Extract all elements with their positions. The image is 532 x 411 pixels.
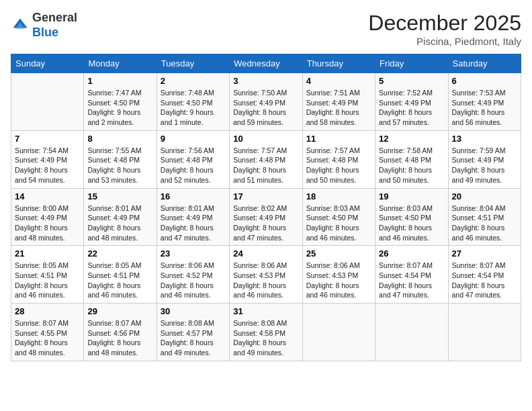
day-number: 31 [233, 306, 298, 316]
calendar-cell: 21Sunrise: 8:05 AM Sunset: 4:51 PM Dayli… [11, 246, 84, 304]
day-info: Sunrise: 7:48 AM Sunset: 4:50 PM Dayligh… [161, 88, 226, 128]
day-info: Sunrise: 8:06 AM Sunset: 4:53 PM Dayligh… [306, 261, 371, 300]
calendar-cell: 15Sunrise: 8:01 AM Sunset: 4:49 PM Dayli… [84, 188, 157, 246]
day-info: Sunrise: 8:07 AM Sunset: 4:55 PM Dayligh… [15, 318, 80, 358]
day-number: 16 [161, 191, 226, 201]
day-number: 10 [233, 134, 298, 144]
week-row-1: 1Sunrise: 7:47 AM Sunset: 4:50 PM Daylig… [11, 73, 521, 131]
day-number: 21 [15, 248, 80, 259]
calendar-cell: 17Sunrise: 8:02 AM Sunset: 4:49 PM Dayli… [230, 188, 302, 246]
title-block: December 2025 Piscina, Piedmont, Italy [368, 11, 521, 47]
day-info: Sunrise: 8:08 AM Sunset: 4:57 PM Dayligh… [161, 318, 226, 358]
calendar-cell: 2Sunrise: 7:48 AM Sunset: 4:50 PM Daylig… [157, 73, 229, 131]
week-row-5: 28Sunrise: 8:07 AM Sunset: 4:55 PM Dayli… [11, 304, 521, 361]
day-info: Sunrise: 8:06 AM Sunset: 4:53 PM Dayligh… [233, 261, 298, 300]
calendar-cell: 27Sunrise: 8:07 AM Sunset: 4:54 PM Dayli… [448, 246, 521, 304]
calendar-cell [11, 73, 84, 131]
day-info: Sunrise: 7:52 AM Sunset: 4:49 PM Dayligh… [379, 88, 444, 128]
day-header-wednesday: Wednesday [230, 54, 302, 73]
day-number: 9 [161, 134, 226, 144]
day-number: 26 [379, 248, 444, 259]
day-number: 29 [87, 306, 152, 316]
day-info: Sunrise: 7:56 AM Sunset: 4:48 PM Dayligh… [161, 146, 226, 185]
calendar-cell: 31Sunrise: 8:08 AM Sunset: 4:58 PM Dayli… [230, 304, 302, 361]
day-info: Sunrise: 8:03 AM Sunset: 4:50 PM Dayligh… [379, 203, 444, 243]
day-number: 17 [233, 191, 298, 201]
calendar-cell: 28Sunrise: 8:07 AM Sunset: 4:55 PM Dayli… [11, 304, 84, 361]
day-number: 28 [15, 306, 80, 316]
calendar-cell: 3Sunrise: 7:50 AM Sunset: 4:49 PM Daylig… [230, 73, 302, 131]
calendar-cell: 25Sunrise: 8:06 AM Sunset: 4:53 PM Dayli… [302, 246, 375, 304]
day-info: Sunrise: 7:55 AM Sunset: 4:48 PM Dayligh… [87, 146, 152, 185]
week-row-2: 7Sunrise: 7:54 AM Sunset: 4:49 PM Daylig… [11, 130, 521, 188]
day-number: 24 [233, 248, 298, 259]
day-info: Sunrise: 8:01 AM Sunset: 4:49 PM Dayligh… [87, 203, 152, 243]
day-number: 13 [452, 134, 517, 144]
day-number: 18 [306, 191, 371, 201]
logo-text: General Blue [32, 11, 77, 40]
day-info: Sunrise: 8:07 AM Sunset: 4:54 PM Dayligh… [452, 261, 517, 300]
day-number: 7 [15, 134, 80, 144]
calendar-cell: 29Sunrise: 8:07 AM Sunset: 4:56 PM Dayli… [84, 304, 157, 361]
day-number: 15 [87, 191, 152, 201]
day-number: 1 [87, 76, 152, 86]
day-info: Sunrise: 7:54 AM Sunset: 4:49 PM Dayligh… [15, 146, 80, 185]
week-row-3: 14Sunrise: 8:00 AM Sunset: 4:49 PM Dayli… [11, 188, 521, 246]
calendar-cell: 16Sunrise: 8:01 AM Sunset: 4:49 PM Dayli… [157, 188, 229, 246]
day-number: 3 [233, 76, 298, 86]
calendar-cell: 9Sunrise: 7:56 AM Sunset: 4:48 PM Daylig… [157, 130, 229, 188]
day-info: Sunrise: 8:01 AM Sunset: 4:49 PM Dayligh… [161, 203, 226, 243]
day-info: Sunrise: 8:07 AM Sunset: 4:54 PM Dayligh… [379, 261, 444, 300]
day-number: 23 [161, 248, 226, 259]
calendar-cell: 22Sunrise: 8:05 AM Sunset: 4:51 PM Dayli… [84, 246, 157, 304]
day-info: Sunrise: 8:03 AM Sunset: 4:50 PM Dayligh… [306, 203, 371, 243]
day-info: Sunrise: 8:06 AM Sunset: 4:52 PM Dayligh… [161, 261, 226, 300]
day-info: Sunrise: 7:50 AM Sunset: 4:49 PM Dayligh… [233, 88, 298, 128]
day-number: 19 [379, 191, 444, 201]
day-info: Sunrise: 8:04 AM Sunset: 4:51 PM Dayligh… [452, 203, 517, 243]
calendar-cell: 30Sunrise: 8:08 AM Sunset: 4:57 PM Dayli… [157, 304, 229, 361]
calendar-cell: 13Sunrise: 7:59 AM Sunset: 4:49 PM Dayli… [448, 130, 521, 188]
week-row-4: 21Sunrise: 8:05 AM Sunset: 4:51 PM Dayli… [11, 246, 521, 304]
day-info: Sunrise: 7:51 AM Sunset: 4:49 PM Dayligh… [306, 88, 371, 128]
day-number: 8 [87, 134, 152, 144]
day-number: 25 [306, 248, 371, 259]
day-info: Sunrise: 7:59 AM Sunset: 4:49 PM Dayligh… [452, 146, 517, 185]
day-info: Sunrise: 8:05 AM Sunset: 4:51 PM Dayligh… [15, 261, 80, 300]
calendar-cell: 12Sunrise: 7:58 AM Sunset: 4:48 PM Dayli… [375, 130, 448, 188]
day-header-saturday: Saturday [448, 54, 521, 73]
day-header-thursday: Thursday [302, 54, 375, 73]
day-info: Sunrise: 8:02 AM Sunset: 4:49 PM Dayligh… [233, 203, 298, 243]
calendar-cell: 19Sunrise: 8:03 AM Sunset: 4:50 PM Dayli… [375, 188, 448, 246]
day-number: 11 [306, 134, 371, 144]
day-number: 20 [452, 191, 517, 201]
calendar-cell: 6Sunrise: 7:53 AM Sunset: 4:49 PM Daylig… [448, 73, 521, 131]
logo: General Blue [11, 11, 77, 40]
day-info: Sunrise: 7:57 AM Sunset: 4:48 PM Dayligh… [233, 146, 298, 185]
day-header-sunday: Sunday [11, 54, 84, 73]
calendar-cell [302, 304, 375, 361]
day-number: 5 [379, 76, 444, 86]
calendar-cell [448, 304, 521, 361]
page-header: General Blue December 2025 Piscina, Pied… [11, 11, 521, 47]
calendar-cell: 24Sunrise: 8:06 AM Sunset: 4:53 PM Dayli… [230, 246, 302, 304]
calendar-cell: 14Sunrise: 8:00 AM Sunset: 4:49 PM Dayli… [11, 188, 84, 246]
day-number: 12 [379, 134, 444, 144]
day-number: 27 [452, 248, 517, 259]
calendar-cell: 7Sunrise: 7:54 AM Sunset: 4:49 PM Daylig… [11, 130, 84, 188]
calendar-cell: 26Sunrise: 8:07 AM Sunset: 4:54 PM Dayli… [375, 246, 448, 304]
day-header-monday: Monday [84, 54, 157, 73]
day-number: 14 [15, 191, 80, 201]
calendar-cell: 11Sunrise: 7:57 AM Sunset: 4:48 PM Dayli… [302, 130, 375, 188]
day-number: 30 [161, 306, 226, 316]
day-info: Sunrise: 8:05 AM Sunset: 4:51 PM Dayligh… [87, 261, 152, 300]
calendar-cell: 10Sunrise: 7:57 AM Sunset: 4:48 PM Dayli… [230, 130, 302, 188]
day-header-tuesday: Tuesday [157, 54, 229, 73]
day-info: Sunrise: 7:57 AM Sunset: 4:48 PM Dayligh… [306, 146, 371, 185]
day-header-friday: Friday [375, 54, 448, 73]
calendar-cell: 4Sunrise: 7:51 AM Sunset: 4:49 PM Daylig… [302, 73, 375, 131]
day-number: 22 [87, 248, 152, 259]
days-header-row: SundayMondayTuesdayWednesdayThursdayFrid… [11, 54, 521, 73]
calendar-cell: 18Sunrise: 8:03 AM Sunset: 4:50 PM Dayli… [302, 188, 375, 246]
logo-general: General [32, 11, 77, 24]
